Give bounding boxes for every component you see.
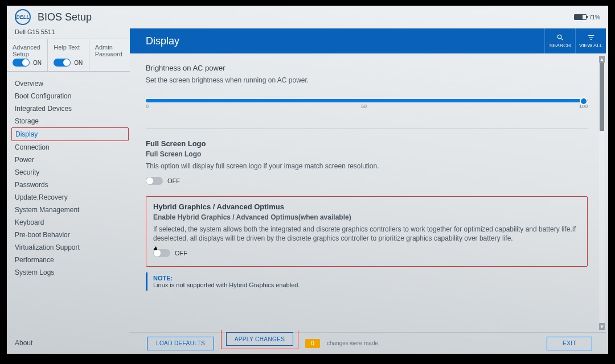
section-hybrid-graphics: Hybrid Graphics / Advanced Optimus Enabl…	[146, 196, 588, 267]
scrollbar[interactable]: ▲ ▼	[599, 56, 605, 330]
help-text-switch[interactable]	[54, 59, 71, 67]
sidebar-item-keyboard[interactable]: Keyboard	[7, 216, 130, 229]
content-scroll-area: Brightness on AC power Set the screen br…	[130, 53, 606, 332]
sidebar-toggle-row: Advanced Setup ON Help Text ON Admin Pas…	[7, 39, 130, 72]
view-all-button[interactable]: VIEW ALL	[575, 28, 606, 53]
sidebar-item-pre-boot-behavior[interactable]: Pre-boot Behavior	[7, 229, 130, 241]
sidebar-item-performance[interactable]: Performance	[7, 254, 130, 266]
sidebar-item-virtualization-support[interactable]: Virtualization Support	[7, 241, 130, 254]
toggle-advanced-setup: Advanced Setup ON	[7, 39, 48, 71]
hybrid-sub: Enable Hybrid Graphics / Advanced Optimu…	[153, 213, 580, 221]
exit-button[interactable]: EXIT	[547, 337, 592, 350]
filter-icon	[587, 34, 595, 42]
sidebar-item-security[interactable]: Security	[7, 166, 130, 179]
note-label: NOTE:	[153, 275, 173, 282]
title-bar: DELL BIOS Setup 71%	[7, 6, 608, 28]
sidebar-item-display[interactable]: Display	[11, 127, 129, 141]
brightness-slider[interactable]: 0 50 100	[146, 97, 588, 116]
sidebar-item-system-management[interactable]: System Management	[7, 204, 130, 216]
hybrid-heading: Hybrid Graphics / Advanced Optimus	[153, 202, 580, 211]
app-title: BIOS Setup	[38, 11, 92, 23]
fslogo-heading: Full Screen Logo	[146, 139, 588, 148]
sidebar-item-boot-configuration[interactable]: Boot Configuration	[7, 90, 130, 102]
fslogo-desc: This option will display full screen log…	[146, 162, 588, 171]
sidebar-item-passwords[interactable]: Passwords	[7, 179, 130, 191]
sidebar-item-system-logs[interactable]: System Logs	[7, 266, 130, 279]
divider	[146, 129, 588, 129]
sidebar-item-update-recovery[interactable]: Update,Recovery	[7, 191, 130, 204]
sidebar-item-connection[interactable]: Connection	[7, 141, 130, 154]
changes-text: changes were made	[327, 340, 378, 346]
note-text: Linux is not supported with Hybrid Graph…	[153, 282, 300, 288]
sidebar-item-overview[interactable]: Overview	[7, 77, 130, 90]
model-name: Dell G15 5511	[7, 28, 130, 39]
hybrid-graphics-switch[interactable]	[153, 249, 170, 257]
about-link[interactable]: About	[7, 332, 130, 354]
sidebar: Dell G15 5511 Advanced Setup ON Help Tex…	[7, 28, 130, 354]
footer-bar: LOAD DEFAULTS APPLY CHANGES 0 changes we…	[130, 332, 606, 354]
battery-icon	[574, 14, 587, 20]
slider-thumb-icon[interactable]	[580, 97, 588, 105]
section-fullscreen-logo: Full Screen Logo Full Screen Logo This o…	[146, 139, 588, 187]
toggle-admin-password: Admin Password	[89, 39, 130, 71]
sidebar-item-integrated-devices[interactable]: Integrated Devices	[7, 102, 130, 115]
page-header: Display SEARCH VIEW ALL	[130, 28, 606, 53]
advanced-setup-switch[interactable]	[13, 59, 30, 67]
load-defaults-button[interactable]: LOAD DEFAULTS	[147, 337, 214, 350]
section-brightness: Brightness on AC power Set the screen br…	[146, 64, 588, 116]
note-box: NOTE: Linux is not supported with Hybrid…	[146, 272, 588, 291]
page-title: Display	[146, 35, 179, 47]
fullscreen-logo-switch[interactable]	[146, 177, 163, 185]
battery-percent: 71%	[589, 14, 600, 20]
dell-logo-icon: DELL	[15, 9, 31, 25]
nav-list: OverviewBoot ConfigurationIntegrated Dev…	[7, 72, 130, 279]
toggle-help-text: Help Text ON	[48, 39, 89, 71]
apply-changes-button[interactable]: APPLY CHANGES	[226, 332, 293, 346]
brightness-title: Brightness on AC power	[146, 64, 588, 72]
search-icon	[556, 34, 564, 42]
battery-status: 71%	[574, 14, 600, 20]
sidebar-item-power[interactable]: Power	[7, 154, 130, 166]
scroll-down-icon[interactable]: ▼	[599, 323, 605, 330]
scroll-up-icon[interactable]: ▲	[599, 56, 605, 63]
hybrid-desc: If selected, the system allows both the …	[153, 225, 580, 244]
search-button[interactable]: SEARCH	[544, 28, 575, 53]
brightness-desc: Set the screen brightness when running o…	[146, 76, 588, 85]
sidebar-item-storage[interactable]: Storage	[7, 115, 130, 127]
fslogo-sub: Full Screen Logo	[146, 150, 588, 158]
scroll-thumb[interactable]	[600, 63, 604, 131]
changes-count-badge: 0	[305, 339, 320, 348]
